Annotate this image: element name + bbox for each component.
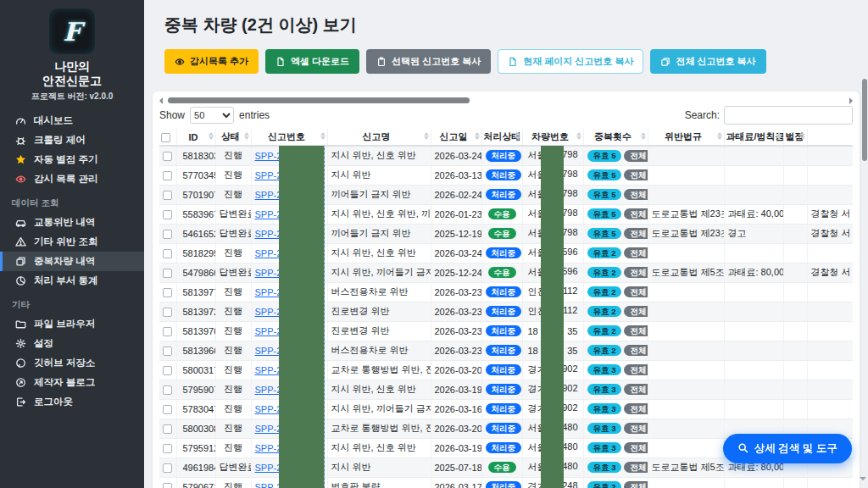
search-input[interactable] — [724, 106, 853, 125]
row-checkbox[interactable] — [163, 327, 172, 336]
cell-department — [807, 243, 853, 263]
search-icon — [737, 442, 748, 456]
valid-count-badge: 유효 3 — [587, 462, 622, 474]
cell-department — [807, 321, 853, 341]
column-header[interactable]: 상태 — [215, 129, 251, 146]
toolbar-button[interactable]: 선택된 신고번호 복사 — [366, 49, 491, 74]
row-checkbox[interactable] — [163, 405, 172, 414]
sidebar-item[interactable]: 처리 부서 통계 — [0, 271, 144, 291]
app-logo: F — [49, 8, 95, 54]
vertical-scrollbar-thumb[interactable] — [862, 79, 867, 161]
cell-id: 58183038 — [176, 146, 215, 165]
sidebar-item-label: 대시보드 — [34, 114, 73, 127]
sidebar-item[interactable]: 로그아웃 — [0, 392, 144, 412]
row-checkbox[interactable] — [163, 288, 172, 297]
sidebar-item[interactable]: 기타 위반 조회 — [0, 232, 144, 252]
cell-status: 진행 — [215, 321, 251, 341]
cell-fine: 과태료: 80,000원 — [724, 263, 783, 282]
cell-id: 57959073 — [176, 380, 215, 399]
cell-date: 2026-03-17 — [431, 477, 481, 488]
cell-law — [648, 146, 724, 165]
detail-search-tools-button[interactable]: 상세 검색 및 도구 — [723, 434, 852, 463]
total-count-badge: 전체 2 — [624, 306, 648, 318]
row-checkbox[interactable] — [163, 269, 172, 278]
sidebar-item[interactable]: 대시보드 — [0, 111, 144, 130]
column-header[interactable]: 차량번호 — [522, 129, 583, 146]
horizontal-scrollbar[interactable] — [159, 97, 853, 104]
sidebar-item[interactable]: 중복차량 내역 — [0, 252, 144, 271]
row-checkbox[interactable] — [163, 152, 172, 161]
column-header-checkbox[interactable] — [159, 129, 176, 146]
sidebar-item-label: 크롤링 제어 — [34, 134, 86, 147]
row-checkbox[interactable] — [163, 385, 172, 395]
cell-points — [783, 185, 807, 204]
column-header[interactable]: 신고명 — [327, 129, 431, 146]
row-checkbox[interactable] — [163, 308, 172, 317]
toolbar-button-label: 감시목록 추가 — [190, 55, 248, 68]
scroll-right-arrow-icon[interactable] — [849, 97, 853, 104]
select-all-checkbox[interactable] — [161, 133, 170, 142]
toolbar-button[interactable]: 전체 신고번호 복사 — [650, 49, 765, 74]
column-header[interactable]: 위반법규 — [648, 129, 724, 146]
cell-id: 58003081 — [176, 419, 215, 438]
sidebar-item[interactable]: 설정 — [0, 334, 144, 353]
toolbar-button[interactable]: 감시목록 추가 — [164, 49, 259, 74]
column-header[interactable]: 중복횟수 — [583, 129, 648, 146]
column-header[interactable]: 신고번호 — [251, 129, 327, 146]
process-state-badge: 처리중 — [486, 481, 522, 488]
sidebar-item[interactable]: 파일 브라우저 — [0, 314, 144, 334]
horizontal-scrollbar-thumb[interactable] — [168, 97, 470, 103]
scroll-down-arrow-icon[interactable] — [860, 477, 866, 484]
column-header[interactable]: 벌점 — [783, 129, 807, 146]
gear-icon — [14, 338, 26, 350]
cell-date: 2026-01-23 — [431, 204, 481, 224]
scroll-left-arrow-icon[interactable] — [159, 97, 163, 104]
sidebar-item[interactable]: 깃허브 저장소 — [0, 353, 144, 373]
star-icon — [14, 154, 26, 166]
row-checkbox[interactable] — [163, 347, 172, 356]
cell-id: 54616521 — [176, 224, 215, 243]
valid-count-badge: 유효 5 — [587, 189, 622, 201]
total-count-badge: 전체 7 — [624, 189, 648, 201]
row-checkbox[interactable] — [163, 366, 172, 375]
row-checkbox[interactable] — [163, 171, 172, 180]
toolbar-button[interactable]: 현재 페이지 신고번호 복사 — [498, 49, 643, 74]
sidebar-item[interactable]: 교통위반 내역 — [0, 213, 144, 232]
row-checkbox[interactable] — [163, 444, 172, 453]
toolbar-button[interactable]: 엑셀 다운로드 — [265, 49, 359, 74]
cell-status: 진행 — [215, 185, 251, 204]
row-checkbox[interactable] — [163, 191, 172, 200]
row-checkbox[interactable] — [163, 483, 172, 488]
valid-count-badge: 유효 2 — [587, 267, 622, 279]
total-count-badge: 전체 2 — [624, 325, 648, 337]
valid-count-badge: 유효 5 — [587, 228, 622, 240]
cell-status: 진행 — [215, 282, 251, 302]
row-checkbox[interactable] — [163, 249, 172, 258]
cell-law — [648, 438, 724, 458]
sidebar-item[interactable]: 자동 별점 주기 — [0, 150, 144, 169]
row-checkbox[interactable] — [163, 463, 172, 473]
toolbar-button-label: 전체 신고번호 복사 — [676, 55, 755, 68]
column-header[interactable]: ID — [176, 129, 215, 146]
column-header[interactable] — [807, 129, 853, 146]
total-count-badge: 전체 7 — [624, 150, 648, 162]
sidebar-item[interactable]: 제작자 블로그 — [0, 373, 144, 392]
valid-count-badge: 유효 3 — [587, 364, 622, 376]
cell-points — [783, 477, 807, 488]
cell-status: 진행 — [215, 360, 251, 380]
row-checkbox[interactable] — [163, 210, 172, 219]
sidebar-item[interactable]: 크롤링 제어 — [0, 130, 144, 150]
table-row: 54798609답변완료SPP-25지시 위반, 끼어들기 금지 위반2025-… — [159, 263, 853, 282]
sidebar-item[interactable]: 감시 목록 관리 — [0, 169, 144, 189]
column-header[interactable]: 처리상태 — [481, 129, 522, 146]
row-checkbox[interactable] — [163, 230, 172, 239]
page-size-select[interactable]: 50 — [190, 107, 234, 124]
cell-department — [807, 477, 853, 488]
row-checkbox[interactable] — [163, 424, 172, 434]
sidebar-section-label: 기타 — [0, 299, 144, 311]
total-count-badge: 전체 7 — [624, 228, 648, 240]
column-header[interactable]: 과태료/범칙금 — [724, 129, 783, 146]
column-header[interactable]: 신고일 — [431, 129, 481, 146]
total-count-badge: 전체 7 — [624, 169, 648, 181]
table-row: 57703457진행SPP-26지시 위반2026-03-13처리중서울798유… — [159, 165, 853, 185]
